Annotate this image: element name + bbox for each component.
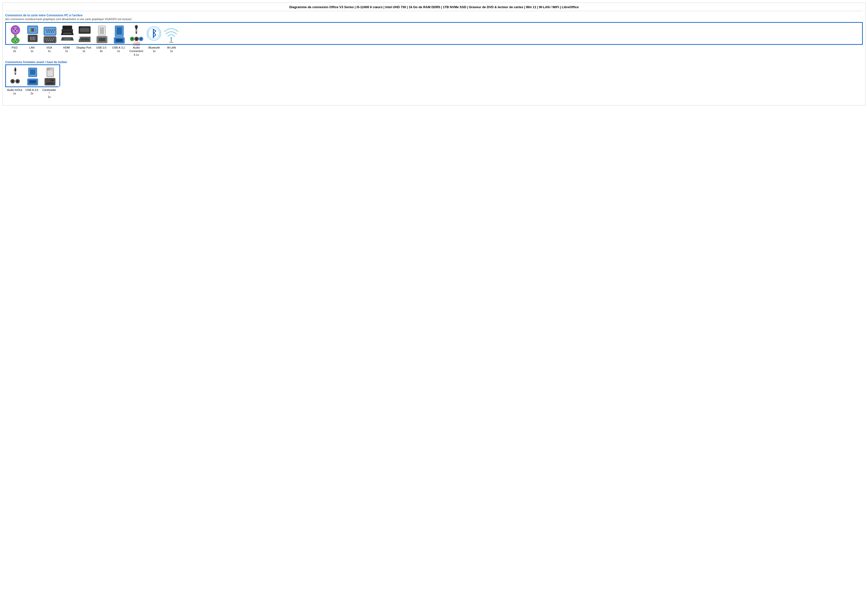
svg-point-75 xyxy=(135,27,137,29)
label-wlan: W-LAN1x xyxy=(163,46,180,56)
svg-point-1 xyxy=(12,27,18,33)
svg-rect-104 xyxy=(29,81,36,83)
svg-point-41 xyxy=(47,38,48,39)
usb20-icon xyxy=(95,24,109,44)
svg-point-82 xyxy=(140,38,142,40)
connector-hdmi xyxy=(59,24,76,44)
connector-vga xyxy=(42,24,58,44)
label-lan: LAN1x xyxy=(23,46,40,56)
label-front-usb30: USB-A 3.02x xyxy=(23,88,40,99)
connector-front-usb30 xyxy=(24,67,41,86)
svg-rect-26 xyxy=(45,28,55,34)
svg-rect-60 xyxy=(81,38,89,40)
svg-rect-114 xyxy=(50,79,50,81)
svg-point-91 xyxy=(170,37,172,39)
svg-rect-72 xyxy=(116,39,122,42)
svg-point-48 xyxy=(52,40,53,41)
ps2-icon xyxy=(8,24,23,44)
svg-point-3 xyxy=(17,28,18,30)
connector-audio: *7.1 avec Frontpanel Connector xyxy=(128,24,145,44)
svg-point-37 xyxy=(54,31,56,33)
connector-wlan xyxy=(163,24,180,44)
front-section: Connexions frontales avant / haut du boî… xyxy=(5,61,863,99)
svg-rect-15 xyxy=(31,28,32,31)
svg-rect-66 xyxy=(99,38,105,41)
rear-section-title: Connexions de la carte mère Connexions P… xyxy=(5,14,863,17)
label-front-audio: Audio In/Out1x xyxy=(6,88,23,99)
svg-point-10 xyxy=(15,41,16,42)
svg-point-46 xyxy=(48,40,49,41)
svg-point-40 xyxy=(45,38,46,39)
svg-rect-112 xyxy=(48,79,48,81)
rear-section-subtitle: (les connexions moniteur/carte graphique… xyxy=(5,17,863,20)
front-connector-row xyxy=(5,64,60,86)
svg-rect-107 xyxy=(48,71,53,76)
rear-connector-row: *7.1 avec Frontpanel Connector xyxy=(5,22,863,44)
svg-rect-24 xyxy=(34,36,36,40)
svg-rect-21 xyxy=(30,36,31,40)
svg-point-78 xyxy=(131,38,133,40)
svg-rect-14 xyxy=(30,28,31,31)
label-ps2: PS/22x xyxy=(6,46,23,56)
connector-front-audio xyxy=(7,67,24,86)
svg-point-31 xyxy=(54,30,55,31)
label-audio: AudioConnectors5.1x xyxy=(127,46,145,56)
svg-point-35 xyxy=(53,31,54,33)
lan-icon xyxy=(25,24,40,44)
page-title: Diagramme de connexion Office V3 Series … xyxy=(5,5,863,11)
cardreader-icon xyxy=(43,67,57,86)
svg-point-8 xyxy=(13,39,14,40)
connector-displayport xyxy=(76,24,93,44)
svg-rect-92 xyxy=(15,67,16,75)
svg-rect-23 xyxy=(33,36,34,40)
svg-rect-17 xyxy=(33,28,34,31)
svg-point-42 xyxy=(49,38,50,39)
connector-cardreader xyxy=(42,67,58,86)
rear-connector-labels: PS/22x LAN1x VGA1x HDMI1x Display Port1x… xyxy=(5,44,863,56)
svg-text:Connector: Connector xyxy=(133,44,140,46)
svg-rect-16 xyxy=(32,28,33,31)
svg-rect-18 xyxy=(34,28,35,31)
svg-point-45 xyxy=(46,40,47,41)
svg-rect-63 xyxy=(100,27,104,34)
hdmi-icon xyxy=(60,24,75,44)
label-displayport: Display Port1x xyxy=(76,46,92,56)
svg-point-4 xyxy=(15,31,16,32)
svg-rect-110 xyxy=(46,82,54,84)
svg-point-96 xyxy=(12,80,14,82)
svg-point-36 xyxy=(45,29,46,31)
connector-usb31 xyxy=(111,24,128,44)
label-usb20: USB 2.04x xyxy=(93,46,110,56)
svg-point-32 xyxy=(47,31,48,33)
svg-point-28 xyxy=(48,30,49,31)
front-audio-icon xyxy=(8,67,23,86)
svg-rect-52 xyxy=(63,33,71,34)
svg-point-94 xyxy=(14,72,16,73)
svg-rect-101 xyxy=(30,69,36,75)
wlan-icon xyxy=(164,24,179,44)
svg-point-30 xyxy=(52,30,53,31)
svg-point-9 xyxy=(16,39,17,40)
svg-rect-55 xyxy=(64,39,71,39)
connector-ps2 xyxy=(7,24,24,44)
page-wrapper: Diagramme de connexion Office V3 Series … xyxy=(3,3,865,106)
svg-rect-111 xyxy=(47,79,47,81)
vga-icon xyxy=(43,24,57,44)
label-usb31: USB-A 3.11x xyxy=(110,46,127,56)
svg-rect-22 xyxy=(31,36,33,40)
svg-rect-69 xyxy=(116,27,122,35)
label-cardreader: Cardreader*1x xyxy=(41,88,57,99)
svg-point-76 xyxy=(135,30,137,31)
svg-rect-39 xyxy=(45,37,55,42)
bluetooth-icon xyxy=(146,24,161,44)
svg-point-29 xyxy=(50,30,51,31)
svg-rect-113 xyxy=(49,79,49,81)
svg-point-33 xyxy=(49,31,50,33)
svg-point-44 xyxy=(53,38,54,39)
svg-point-43 xyxy=(51,38,52,39)
usb31-icon xyxy=(112,24,127,44)
connector-usb20 xyxy=(93,24,110,44)
front-connector-labels: Audio In/Out1x USB-A 3.02x Cardreader*1x xyxy=(5,86,59,99)
svg-point-98 xyxy=(17,80,19,82)
svg-point-93 xyxy=(14,69,16,71)
